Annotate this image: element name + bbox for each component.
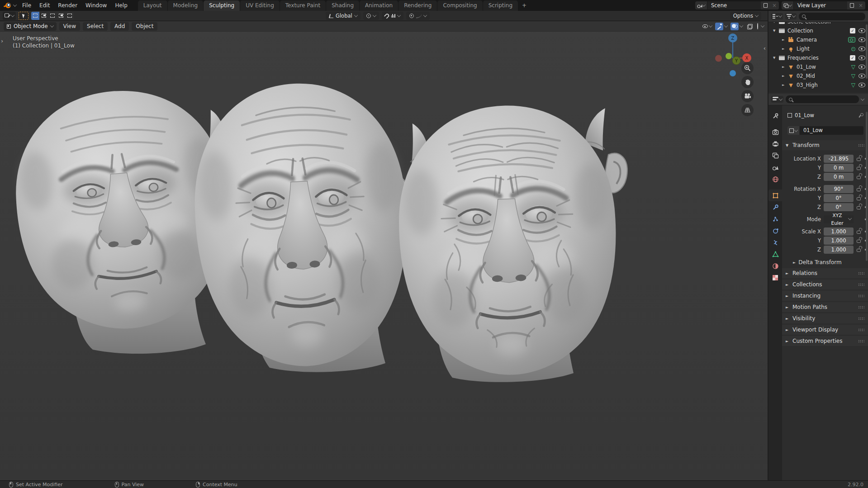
- hide-in-viewport-eye-icon[interactable]: [859, 28, 865, 33]
- expand-arrow-icon[interactable]: ►: [782, 83, 787, 87]
- value-field[interactable]: -21.895: [824, 155, 854, 163]
- collapsed-panel-header[interactable]: ► Viewport Display: [782, 325, 868, 335]
- value-field[interactable]: 90°: [824, 185, 854, 193]
- sidebar-expand-arrow[interactable]: ‹: [764, 45, 766, 52]
- outliner-filter-button[interactable]: [785, 13, 797, 19]
- workspace-tab[interactable]: Animation: [360, 0, 398, 11]
- app-menu-chevron-icon[interactable]: [13, 3, 17, 6]
- outliner-item-label[interactable]: Light: [797, 46, 810, 52]
- toolbar-expand-arrow[interactable]: ›: [1, 38, 3, 44]
- remove-view-layer-button[interactable]: ×: [856, 1, 865, 9]
- gizmos-toggle[interactable]: [715, 23, 727, 30]
- expand-arrow-icon[interactable]: ►: [782, 74, 787, 78]
- select-mode-subtract[interactable]: [48, 12, 57, 20]
- hide-in-viewport-eye-icon[interactable]: [859, 65, 865, 69]
- tab-material[interactable]: [768, 260, 782, 272]
- viewport-menu[interactable]: Add: [110, 22, 129, 31]
- menubar-menu[interactable]: Window: [81, 1, 111, 10]
- new-scene-button[interactable]: [761, 1, 770, 9]
- workspace-tab[interactable]: Compositing: [437, 0, 482, 11]
- lock-icon[interactable]: [857, 158, 861, 161]
- xray-toggle[interactable]: [746, 23, 754, 30]
- outliner-row[interactable]: ► Light: [768, 44, 868, 53]
- lock-icon[interactable]: [857, 231, 861, 234]
- tab-object[interactable]: [768, 190, 782, 201]
- collapsed-panel-header[interactable]: ► Custom Properties: [782, 336, 868, 346]
- snap-group[interactable]: [382, 12, 403, 20]
- collapsed-panel-header[interactable]: ► Relations: [782, 268, 868, 278]
- outliner-row[interactable]: ► ▼ 02_Mid ▽: [768, 71, 868, 81]
- breadcrumb-object-name[interactable]: 01_Low: [795, 112, 814, 118]
- properties-editor-type-button[interactable]: [771, 96, 783, 103]
- hide-in-viewport-eye-icon[interactable]: [859, 83, 865, 87]
- options-dropdown[interactable]: Options: [730, 12, 761, 20]
- workspace-tab[interactable]: Sculpting: [204, 0, 240, 11]
- expand-arrow-icon[interactable]: ►: [782, 47, 787, 51]
- lock-icon[interactable]: [857, 197, 861, 200]
- expand-arrow-icon[interactable]: ▼: [773, 56, 778, 60]
- tab-object-data[interactable]: [768, 248, 782, 260]
- outliner-extra-toggle[interactable]: ▽: [851, 73, 855, 79]
- collapsed-panel-header[interactable]: ► Instancing: [782, 291, 868, 301]
- workspace-tab[interactable]: Modeling: [168, 0, 204, 11]
- outliner-scrollbar[interactable]: [866, 24, 868, 79]
- value-field[interactable]: 1.000: [824, 237, 854, 245]
- select-mode-invert[interactable]: [57, 12, 65, 20]
- lock-icon[interactable]: [857, 240, 861, 243]
- new-view-layer-button[interactable]: [847, 1, 856, 9]
- outliner-item-label[interactable]: Camera: [797, 37, 817, 43]
- tab-texture[interactable]: [768, 272, 782, 284]
- lock-icon[interactable]: [857, 188, 861, 191]
- select-mode-new[interactable]: [31, 12, 39, 20]
- outliner-display-mode-button[interactable]: [771, 13, 783, 19]
- view-layer-name[interactable]: View Layer: [794, 2, 847, 9]
- outliner-row[interactable]: ► ▼ 01_Low ▽: [768, 62, 868, 71]
- viewport-menu[interactable]: View: [59, 22, 80, 31]
- object-id-icon-button[interactable]: [787, 126, 800, 135]
- pan-button[interactable]: [741, 76, 754, 88]
- properties-options-chevron-icon[interactable]: [861, 97, 864, 100]
- tab-view-layer[interactable]: [768, 150, 782, 161]
- expand-arrow-icon[interactable]: ▼: [773, 29, 778, 33]
- 3d-viewport[interactable]: Object Mode ViewSelectAddObject: [0, 21, 768, 480]
- outliner-extra-toggle[interactable]: ✓: [850, 55, 855, 61]
- editor-type-button[interactable]: [3, 12, 16, 20]
- collapsed-panel-header[interactable]: ► Visibility: [782, 313, 868, 323]
- select-mode-extend[interactable]: [40, 12, 48, 20]
- tab-output[interactable]: [768, 138, 782, 150]
- outliner-item-label[interactable]: 03_High: [797, 82, 818, 88]
- tab-modifiers[interactable]: [768, 201, 782, 213]
- blender-logo-icon[interactable]: [4, 3, 12, 8]
- lock-icon[interactable]: [857, 206, 861, 209]
- active-tool-button[interactable]: [19, 12, 28, 20]
- tab-particles[interactable]: [768, 213, 782, 225]
- value-field[interactable]: 1.000: [824, 246, 854, 254]
- menubar-menu[interactable]: Help: [111, 1, 131, 10]
- shading-dropdown-chevron-icon[interactable]: [761, 24, 764, 27]
- outliner-row[interactable]: ▼ Frequencies ✓: [768, 53, 868, 62]
- expand-arrow-icon[interactable]: ►: [782, 65, 787, 69]
- workspace-tab[interactable]: UV Editing: [240, 0, 280, 11]
- workspace-tab[interactable]: Shading: [326, 0, 359, 11]
- properties-scrollbar[interactable]: [866, 112, 868, 261]
- tab-world[interactable]: [768, 173, 782, 185]
- outliner-row[interactable]: ► ▼ 03_High ▽: [768, 81, 868, 90]
- drag-handle-icon[interactable]: [858, 294, 864, 298]
- outliner-extra-toggle[interactable]: [851, 47, 855, 51]
- outliner-row-scene-collection[interactable]: ▼ Scene Collection: [768, 22, 868, 26]
- value-field[interactable]: 1.000: [824, 227, 854, 236]
- properties-search-input[interactable]: [786, 95, 859, 103]
- value-field[interactable]: 0 m: [824, 164, 854, 172]
- drag-handle-icon[interactable]: [858, 144, 864, 147]
- outliner-item-label[interactable]: Collection: [787, 28, 813, 34]
- hide-in-viewport-eye-icon[interactable]: [859, 56, 865, 60]
- lock-icon[interactable]: [857, 167, 861, 170]
- tab-scene[interactable]: [768, 161, 782, 173]
- zoom-button[interactable]: [741, 62, 754, 74]
- view-layer-browse-button[interactable]: [782, 1, 794, 9]
- select-mode-intersect[interactable]: [66, 12, 74, 20]
- close-scene-button[interactable]: ×: [770, 1, 779, 9]
- scene-name[interactable]: Scene: [707, 2, 761, 9]
- camera-view-button[interactable]: [741, 90, 754, 102]
- value-field[interactable]: 0 m: [824, 173, 854, 181]
